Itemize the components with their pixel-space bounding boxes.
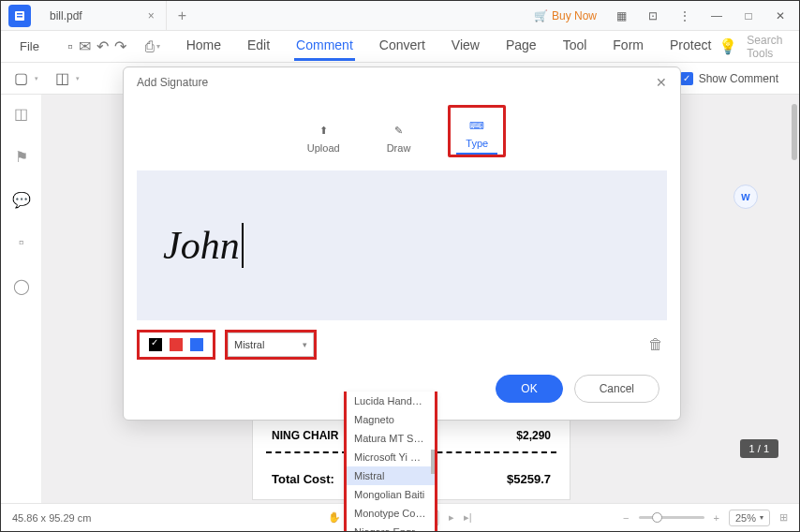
left-sidebar: ◫ ⚑ 💬 ▫ ◯ [1, 95, 42, 503]
font-option[interactable]: Microsoft Yi Baiti [347, 448, 435, 466]
hand-tool-icon[interactable]: ✋ [328, 511, 341, 524]
thumbnails-icon[interactable]: ◫ [12, 104, 31, 123]
undo-icon[interactable]: ↶ [96, 37, 109, 56]
active-tab-highlight: ⌨ Type [448, 105, 506, 157]
font-option[interactable]: Monotype Corsiva [347, 504, 435, 523]
font-option[interactable]: Lucida Handwri... [347, 392, 435, 410]
signature-canvas[interactable]: John [137, 170, 667, 320]
tab-edit[interactable]: Edit [245, 32, 272, 61]
menubar: File ▫ ✉ ↶ ↷ ⎙ ▾ Home Edit Comment Conve… [1, 31, 799, 63]
tab-convert[interactable]: Convert [378, 32, 427, 61]
zoom-in-button[interactable]: + [714, 512, 719, 524]
show-comment-toggle[interactable]: ✓ Show Comment [680, 72, 790, 85]
zoom-slider-handle[interactable] [652, 512, 662, 523]
signature-preview-text: John [163, 223, 240, 268]
font-dropdown-highlight: Mistral ▾ [225, 330, 317, 360]
search-panel-icon[interactable]: ◯ [12, 276, 31, 295]
type-icon: ⌨ [467, 117, 486, 134]
tab-view[interactable]: View [450, 32, 481, 61]
ok-button[interactable]: OK [496, 375, 562, 403]
last-page-icon[interactable]: ▸| [464, 511, 472, 524]
color-swatch-black[interactable] [149, 338, 162, 351]
tab-page[interactable]: Page [504, 32, 539, 61]
font-dropdown-list: Lucida Handwri... Magneto Matura MT Scri… [344, 392, 437, 532]
minimize-button[interactable]: — [702, 1, 732, 31]
svg-rect-1 [17, 13, 22, 15]
chevron-down-icon[interactable]: ▾ [156, 42, 160, 51]
page-indicator-badge: 1 / 1 [740, 439, 778, 458]
checkbox-checked-icon: ✓ [680, 72, 693, 85]
tab-comment[interactable]: Comment [294, 32, 355, 61]
dropdown-scrollbar[interactable] [431, 450, 435, 474]
color-swatches-highlight [137, 330, 215, 360]
font-option[interactable]: Magneto [347, 410, 435, 429]
signature-tab-upload[interactable]: ⬆ Upload [298, 118, 349, 157]
tab-close-icon[interactable]: × [148, 9, 155, 22]
cart-icon: 🛒 [534, 9, 548, 22]
cancel-button[interactable]: Cancel [574, 375, 659, 403]
save-icon[interactable]: ▫ [67, 37, 73, 56]
cursor-position: 45.86 x 95.29 cm [12, 512, 91, 524]
fit-page-icon[interactable]: ⊞ [779, 511, 788, 524]
svg-rect-2 [17, 16, 22, 18]
notification-icon[interactable]: ⊡ [638, 1, 668, 31]
signature-tab-draw[interactable]: ✎ Draw [378, 118, 421, 157]
next-page-icon[interactable]: ▸ [449, 511, 454, 524]
redo-icon[interactable]: ↷ [114, 37, 126, 56]
new-tab-button[interactable]: + [172, 6, 192, 26]
chevron-down-icon: ▾ [303, 340, 307, 349]
document-tab-label: bill.pdf [50, 9, 82, 22]
file-menu[interactable]: File [10, 36, 49, 57]
tab-form[interactable]: Form [611, 32, 645, 61]
highlight-tool-icon[interactable]: ◫ [52, 68, 72, 89]
bookmarks-icon[interactable]: ⚑ [12, 147, 31, 166]
mail-icon[interactable]: ✉ [79, 37, 91, 56]
attachments-icon[interactable]: ▫ [12, 233, 31, 252]
print-icon[interactable]: ⎙ [145, 37, 155, 56]
zoom-value-select[interactable]: 25% ▾ [729, 510, 770, 526]
draw-icon: ✎ [389, 122, 407, 139]
zoom-slider[interactable] [639, 516, 704, 519]
apps-icon[interactable]: ▦ [606, 1, 636, 31]
zoom-out-button[interactable]: − [623, 512, 629, 524]
word-export-badge[interactable]: w [733, 185, 758, 209]
maximize-button[interactable]: □ [733, 1, 763, 31]
buy-now-link[interactable]: 🛒 Buy Now [534, 9, 597, 22]
tab-protect[interactable]: Protect [668, 32, 713, 61]
more-icon[interactable]: ⋮ [670, 1, 700, 31]
document-tab[interactable]: bill.pdf × [38, 1, 167, 31]
font-option[interactable]: Mongolian Baiti [347, 485, 435, 504]
chevron-down-icon: ▾ [760, 513, 763, 522]
app-icon [8, 5, 31, 27]
note-tool-icon[interactable]: ▢ [10, 68, 31, 89]
main-tabs: Home Edit Comment Convert View Page Tool… [185, 32, 714, 61]
search-tools-input[interactable]: Search Tools [747, 34, 795, 60]
delete-signature-button[interactable]: 🗑 [648, 336, 667, 353]
titlebar: bill.pdf × + 🛒 Buy Now ▦ ⊡ ⋮ — □ ✕ [1, 1, 799, 31]
dialog-title: Add Signature [137, 76, 208, 89]
tab-tool[interactable]: Tool [561, 32, 589, 61]
add-signature-dialog: Add Signature ✕ ⬆ Upload ✎ Draw ⌨ Type J… [123, 66, 681, 421]
text-cursor [242, 223, 244, 268]
color-swatch-red[interactable] [170, 338, 183, 351]
dialog-close-button[interactable]: ✕ [656, 75, 667, 90]
bulb-icon[interactable]: 💡 [719, 37, 737, 55]
font-option[interactable]: Matura MT Scrip... [347, 429, 435, 448]
signature-tab-type[interactable]: ⌨ Type [456, 113, 497, 155]
comments-panel-icon[interactable]: 💬 [12, 190, 31, 209]
font-option[interactable]: Niagara Engraved [347, 523, 435, 532]
tab-home[interactable]: Home [185, 32, 223, 61]
vertical-scrollbar[interactable] [792, 104, 797, 160]
color-swatch-blue[interactable] [190, 338, 203, 351]
upload-icon: ⬆ [314, 122, 333, 139]
close-window-button[interactable]: ✕ [765, 1, 795, 31]
font-select[interactable]: Mistral ▾ [228, 332, 314, 357]
font-option-selected[interactable]: Mistral [347, 466, 435, 485]
